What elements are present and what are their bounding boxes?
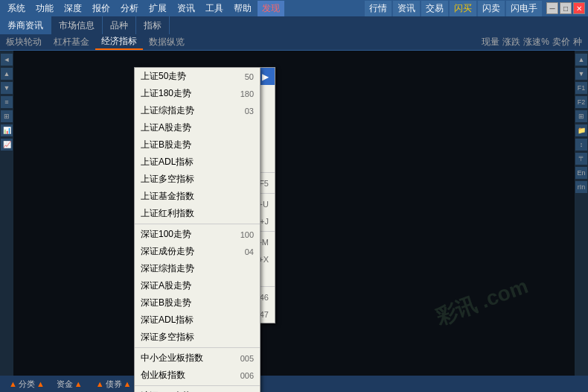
right-icon-5[interactable]: ⊞ bbox=[575, 110, 587, 122]
sub-sz-adl[interactable]: 深证ADL指标 bbox=[135, 312, 260, 329]
tab2-economic-indicators[interactable]: 经济指标 bbox=[95, 34, 143, 50]
sidebar-icon-1[interactable]: ◄ bbox=[1, 54, 13, 66]
tab-indicators[interactable]: 指标 bbox=[136, 16, 170, 34]
right-sidebar: ▲ ▼ F1 F2 ⊞ 📁 ↕ 〒 En rIn bbox=[575, 51, 588, 376]
bottom-tab-bonds[interactable]: ▲ 债券 ▲ bbox=[90, 377, 138, 391]
sub-sep2 bbox=[135, 347, 260, 348]
chart-area: 彩讯 .com bbox=[13, 51, 575, 376]
sub-sz-b[interactable]: 深证B股走势 bbox=[135, 294, 260, 312]
sub-hs300[interactable]: 沪深300走势 300 bbox=[135, 388, 260, 392]
right-icon-7[interactable]: ↕ bbox=[575, 139, 587, 151]
menu-depth[interactable]: 深度 bbox=[60, 1, 86, 16]
label-change-pct: 涨速% bbox=[523, 36, 549, 48]
sidebar-icon-5[interactable]: ⊞ bbox=[1, 110, 13, 122]
maximize-button[interactable]: □ bbox=[560, 2, 572, 14]
right-icon-9[interactable]: En bbox=[575, 167, 587, 179]
sub-sz-component[interactable]: 深证成份走势 04 bbox=[135, 243, 260, 260]
sub-sz100[interactable]: 深证100走势 100 bbox=[135, 226, 260, 243]
sub-sz-long-short[interactable]: 深证多空指标 bbox=[135, 329, 260, 346]
menu-discover[interactable]: 发现 bbox=[258, 1, 284, 16]
right-icon-8[interactable]: 〒 bbox=[575, 153, 587, 165]
menu-trade[interactable]: 交易 bbox=[421, 1, 448, 16]
right-icon-6[interactable]: 📁 bbox=[575, 124, 587, 136]
minimize-button[interactable]: ─ bbox=[546, 2, 558, 14]
sub-sh-adl[interactable]: 上证ADL指标 bbox=[135, 154, 260, 171]
tab2-block-rotation[interactable]: 板块轮动 bbox=[0, 34, 48, 50]
right-icon-3[interactable]: F1 bbox=[575, 82, 587, 94]
sidebar-icon-4[interactable]: ≡ bbox=[1, 96, 13, 108]
label-current-volume: 现量 bbox=[482, 36, 499, 48]
bottom-tab-category[interactable]: ▲ 分类 ▲ bbox=[3, 377, 51, 391]
tab-varieties[interactable]: 品种 bbox=[103, 16, 136, 34]
sub-sep3 bbox=[135, 385, 260, 386]
sub-sh50[interactable]: 上证50走势 50 bbox=[135, 68, 260, 85]
menu-flash[interactable]: 闪买 bbox=[450, 1, 476, 16]
menu-help[interactable]: 帮助 bbox=[229, 1, 256, 16]
tab2-leverage-fund[interactable]: 杠杆基金 bbox=[48, 34, 95, 50]
menu-flash-hand[interactable]: 闪电手 bbox=[506, 1, 542, 16]
window-controls: ─ □ ✕ bbox=[546, 2, 585, 14]
right-icon-10[interactable]: rIn bbox=[575, 181, 587, 193]
bottom-tab-bar: ▲ 分类 ▲ 资金 ▲ ▲ 债券 ▲ 服饰 ▲ 板块指数 ▲ bbox=[0, 376, 588, 392]
tab-bar: 券商资讯 市场信息 品种 指标 bbox=[0, 16, 588, 34]
label-zhong: 种 bbox=[573, 36, 582, 48]
menu-info[interactable]: 资讯 bbox=[173, 1, 199, 16]
menu-market[interactable]: 行情 bbox=[365, 1, 392, 16]
sub-sep1 bbox=[135, 224, 260, 224]
sub-sh-a[interactable]: 上证A股走势 bbox=[135, 119, 260, 136]
close-button[interactable]: ✕ bbox=[573, 2, 585, 14]
sub-sh-long-short[interactable]: 上证多空指标 bbox=[135, 171, 260, 188]
bottom-tab-capital[interactable]: 资金 ▲ bbox=[52, 377, 89, 391]
sidebar-icon-7[interactable]: 📈 bbox=[1, 139, 13, 151]
sidebar-icon-3[interactable]: ▼ bbox=[1, 82, 13, 94]
label-sell-price: 卖价 bbox=[552, 36, 570, 48]
menu-news[interactable]: 资讯 bbox=[393, 1, 420, 16]
sub-sh-b[interactable]: 上证B股走势 bbox=[135, 136, 260, 154]
sub-sh180[interactable]: 上证180走势 180 bbox=[135, 85, 260, 102]
sub-dropdown: 上证50走势 50 上证180走势 180 上证综指走势 03 上证A股走势 上… bbox=[134, 67, 261, 392]
tab-market-info[interactable]: 市场信息 bbox=[51, 16, 103, 34]
sub-sh-composite[interactable]: 上证综指走势 03 bbox=[135, 102, 260, 119]
tab2-right-labels: 现量 涨跌 涨速% 卖价 种 bbox=[482, 36, 588, 48]
menu-function[interactable]: 功能 bbox=[31, 1, 58, 16]
main-area: ◄ ▲ ▼ ≡ ⊞ 📊 📈 彩讯 .com ▲ ▼ F1 F2 ⊞ 📁 ↕ 〒 … bbox=[0, 51, 588, 376]
tab-securities-info[interactable]: 券商资讯 bbox=[0, 16, 51, 34]
sub-gem[interactable]: 创业板指数 006 bbox=[135, 367, 260, 384]
sidebar-icon-6[interactable]: 📊 bbox=[1, 124, 13, 136]
menu-system[interactable]: 系统 bbox=[3, 1, 30, 16]
tab-bar2: 板块轮动 杠杆基金 经济指标 数据纵览 现量 涨跌 涨速% 卖价 种 bbox=[0, 34, 588, 51]
right-icon-4[interactable]: F2 bbox=[575, 96, 587, 108]
menu-flash-sell[interactable]: 闪卖 bbox=[478, 1, 505, 16]
sub-sh-fund-index[interactable]: 上证基金指数 bbox=[135, 188, 260, 205]
menu-analysis[interactable]: 分析 bbox=[116, 1, 143, 16]
menu-quote[interactable]: 报价 bbox=[88, 1, 115, 16]
sidebar-icon-2[interactable]: ▲ bbox=[1, 68, 13, 80]
watermark: 彩讯 .com bbox=[432, 272, 531, 332]
tab2-data-overview[interactable]: 数据纵览 bbox=[143, 34, 191, 50]
sub-sz-a[interactable]: 深证A股走势 bbox=[135, 277, 260, 294]
sub-sh-dividend[interactable]: 上证红利指数 bbox=[135, 205, 260, 222]
sub-sme[interactable]: 中小企业板指数 005 bbox=[135, 350, 260, 367]
sub-sz-composite[interactable]: 深证综指走势 bbox=[135, 260, 260, 277]
menu-tools[interactable]: 工具 bbox=[201, 1, 228, 16]
left-sidebar: ◄ ▲ ▼ ≡ ⊞ 📊 📈 bbox=[0, 51, 13, 376]
right-icon-2[interactable]: ▼ bbox=[575, 68, 587, 80]
menu-bar: 系统 功能 深度 报价 分析 扩展 资讯 工具 帮助 发现 行情 资讯 交易 闪… bbox=[0, 0, 588, 16]
right-icon-1[interactable]: ▲ bbox=[575, 54, 587, 66]
label-change: 涨跌 bbox=[502, 36, 520, 48]
menu-bar-right: 行情 资讯 交易 闪买 闪卖 闪电手 ─ □ ✕ bbox=[365, 1, 585, 16]
menu-expand[interactable]: 扩展 bbox=[144, 1, 171, 16]
